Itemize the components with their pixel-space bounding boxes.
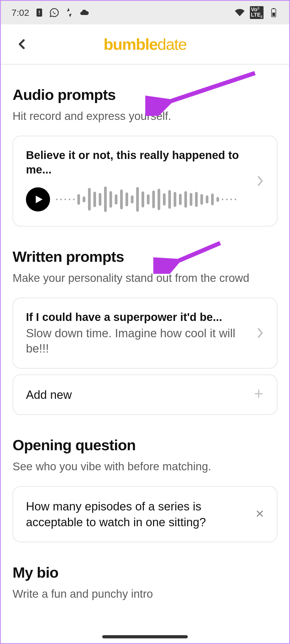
home-indicator[interactable] (102, 635, 188, 638)
status-right: Vo))LTE2 (235, 6, 278, 19)
app-logo: bumbledate (104, 35, 186, 54)
chevron-right-icon (257, 328, 264, 338)
status-bar: 7:02 Vo))LTE2 (1, 1, 289, 24)
svg-rect-0 (39, 11, 40, 13)
section-my-bio: My bio Write a fun and punchy intro (13, 564, 277, 602)
cloud-icon (79, 8, 89, 17)
do-not-disturb-icon (64, 8, 74, 17)
logo-date: date (157, 35, 186, 53)
written-prompt-answer: Slow down time. Imagine how cool it will… (26, 325, 250, 356)
audio-prompt-title: Believe it or not, this really happened … (26, 148, 250, 177)
section-written-prompts: Written prompts Make your personality st… (13, 248, 277, 415)
close-icon[interactable] (255, 509, 264, 519)
section-sub-opening: See who you vibe with before matching. (13, 459, 277, 474)
volte-icon: Vo))LTE2 (250, 6, 264, 19)
chevron-right-icon (257, 176, 264, 186)
svg-rect-1 (39, 14, 40, 15)
section-title-written: Written prompts (13, 248, 277, 265)
plus-icon (253, 387, 264, 402)
waveform[interactable] (56, 185, 250, 214)
section-audio-prompts: Audio prompts Hit record and express you… (13, 86, 277, 226)
app-header: bumbledate (1, 24, 289, 65)
section-title-audio: Audio prompts (13, 86, 277, 103)
section-sub-audio: Hit record and express yourself. (13, 109, 277, 124)
written-prompt-card[interactable]: If I could have a superpower it'd be... … (13, 298, 277, 369)
wifi-icon (235, 8, 245, 17)
play-icon (34, 194, 43, 205)
battery-icon (269, 8, 278, 17)
add-new-prompt-button[interactable]: Add new (13, 374, 277, 415)
back-button[interactable] (14, 36, 30, 52)
svg-rect-4 (272, 13, 275, 16)
written-prompt-title: If I could have a superpower it'd be... (26, 310, 250, 325)
clock-time: 7:02 (12, 7, 29, 18)
section-sub-bio: Write a fun and punchy intro (13, 586, 277, 602)
opening-question-text: How many episodes of a series is accepta… (26, 498, 249, 530)
add-new-label: Add new (26, 387, 247, 403)
section-title-bio: My bio (13, 564, 277, 581)
audio-player (26, 185, 250, 214)
whatsapp-icon (49, 8, 59, 17)
opening-question-card[interactable]: How many episodes of a series is accepta… (13, 486, 277, 543)
content-scroll[interactable]: Audio prompts Hit record and express you… (1, 86, 289, 602)
section-sub-written: Make your personality stand out from the… (13, 271, 277, 286)
audio-prompt-card[interactable]: Believe it or not, this really happened … (13, 136, 277, 226)
logo-bumble: bumble (104, 35, 157, 53)
status-left: 7:02 (12, 7, 89, 18)
play-button[interactable] (26, 187, 50, 211)
phone-frame: 7:02 Vo))LTE2 (0, 0, 290, 644)
section-opening-question: Opening question See who you vibe with b… (13, 436, 277, 542)
sim-alert-icon (35, 8, 44, 17)
svg-rect-3 (273, 8, 274, 9)
section-title-opening: Opening question (13, 436, 277, 454)
